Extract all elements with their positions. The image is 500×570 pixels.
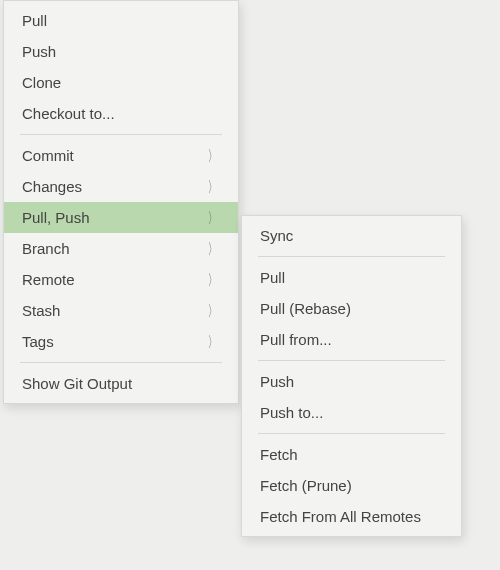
menu-item-changes[interactable]: Changes〉	[4, 171, 238, 202]
menu-separator	[258, 360, 445, 361]
submenu-item-sync[interactable]: Sync	[242, 220, 461, 251]
menu-item-label: Checkout to...	[22, 105, 115, 122]
menu-item-remote[interactable]: Remote〉	[4, 264, 238, 295]
submenu-item-pull-from[interactable]: Pull from...	[242, 324, 461, 355]
menu-item-label: Commit	[22, 147, 74, 164]
chevron-right-icon: 〉	[208, 179, 217, 194]
menu-item-label: Show Git Output	[22, 375, 132, 392]
menu-item-label: Fetch From All Remotes	[260, 508, 421, 525]
menu-item-push[interactable]: Push	[4, 36, 238, 67]
menu-item-label: Fetch	[260, 446, 298, 463]
menu-item-label: Pull	[260, 269, 285, 286]
menu-item-label: Pull, Push	[22, 209, 90, 226]
menu-item-pull-push[interactable]: Pull, Push〉	[4, 202, 238, 233]
menu-item-label: Branch	[22, 240, 70, 257]
submenu-item-fetch-prune[interactable]: Fetch (Prune)	[242, 470, 461, 501]
submenu-item-fetch[interactable]: Fetch	[242, 439, 461, 470]
pull-push-submenu: SyncPullPull (Rebase)Pull from...PushPus…	[241, 215, 462, 537]
chevron-right-icon: 〉	[208, 241, 217, 256]
menu-separator	[258, 256, 445, 257]
menu-item-branch[interactable]: Branch〉	[4, 233, 238, 264]
menu-item-clone[interactable]: Clone	[4, 67, 238, 98]
menu-item-label: Sync	[260, 227, 293, 244]
menu-item-stash[interactable]: Stash〉	[4, 295, 238, 326]
menu-item-commit[interactable]: Commit〉	[4, 140, 238, 171]
chevron-right-icon: 〉	[208, 210, 217, 225]
menu-item-pull[interactable]: Pull	[4, 5, 238, 36]
chevron-right-icon: 〉	[208, 303, 217, 318]
menu-item-label: Changes	[22, 178, 82, 195]
menu-item-label: Pull from...	[260, 331, 332, 348]
submenu-item-fetch-all[interactable]: Fetch From All Remotes	[242, 501, 461, 532]
menu-item-tags[interactable]: Tags〉	[4, 326, 238, 357]
menu-item-label: Pull	[22, 12, 47, 29]
menu-item-label: Pull (Rebase)	[260, 300, 351, 317]
menu-item-label: Push	[22, 43, 56, 60]
menu-item-label: Push	[260, 373, 294, 390]
chevron-right-icon: 〉	[208, 148, 217, 163]
menu-item-label: Remote	[22, 271, 75, 288]
menu-item-label: Push to...	[260, 404, 323, 421]
menu-item-label: Clone	[22, 74, 61, 91]
chevron-right-icon: 〉	[208, 334, 217, 349]
menu-separator	[20, 134, 222, 135]
chevron-right-icon: 〉	[208, 272, 217, 287]
git-context-menu: PullPushCloneCheckout to...Commit〉Change…	[3, 0, 239, 404]
submenu-item-sub-push[interactable]: Push	[242, 366, 461, 397]
menu-separator	[258, 433, 445, 434]
menu-item-checkout-to[interactable]: Checkout to...	[4, 98, 238, 129]
menu-item-label: Tags	[22, 333, 54, 350]
menu-item-label: Stash	[22, 302, 60, 319]
submenu-item-sub-pull[interactable]: Pull	[242, 262, 461, 293]
menu-item-show-git-output[interactable]: Show Git Output	[4, 368, 238, 399]
menu-item-label: Fetch (Prune)	[260, 477, 352, 494]
submenu-item-push-to[interactable]: Push to...	[242, 397, 461, 428]
submenu-item-pull-rebase[interactable]: Pull (Rebase)	[242, 293, 461, 324]
menu-separator	[20, 362, 222, 363]
